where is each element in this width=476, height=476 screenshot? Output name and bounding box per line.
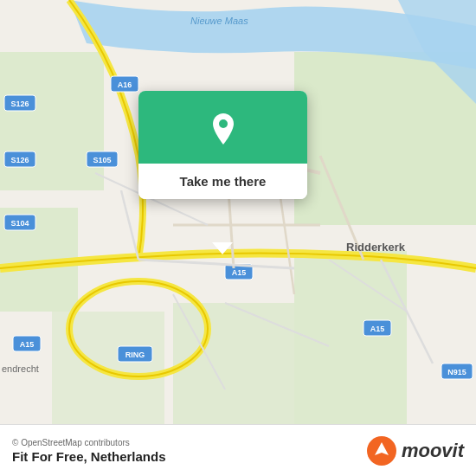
svg-text:A16: A16 — [118, 80, 132, 89]
map-background: A15 A15 A15 RING A16 S126 S126 S105 S104… — [0, 0, 476, 424]
svg-text:N915: N915 — [447, 368, 466, 376]
popup-arrow — [212, 242, 233, 254]
svg-text:S126: S126 — [10, 156, 29, 164]
svg-text:A15: A15 — [20, 340, 35, 349]
take-me-there-button[interactable]: Take me there — [138, 164, 307, 199]
svg-text:A15: A15 — [370, 325, 385, 333]
popup-header — [138, 91, 307, 164]
svg-text:S105: S105 — [93, 156, 111, 164]
svg-rect-1 — [0, 52, 104, 190]
svg-rect-3 — [294, 52, 476, 225]
svg-text:Ridderkerk: Ridderkerk — [346, 241, 406, 254]
footer-left: © OpenStreetMap contributors Fit For Fre… — [12, 438, 166, 464]
location-pin-icon — [204, 110, 242, 148]
svg-text:endrecht: endrecht — [2, 363, 39, 374]
svg-text:S126: S126 — [10, 100, 29, 108]
moovit-logo[interactable]: moovit — [367, 436, 464, 466]
svg-text:RING: RING — [125, 351, 145, 359]
svg-text:A15: A15 — [232, 268, 247, 277]
moovit-icon — [367, 436, 396, 466]
popup-card: Take me there — [138, 91, 307, 199]
moovit-text: moovit — [402, 440, 464, 462]
svg-point-45 — [219, 119, 228, 128]
location-label: Fit For Free, Netherlands — [12, 449, 166, 464]
svg-text:S104: S104 — [10, 219, 29, 228]
copyright-text: © OpenStreetMap contributors — [12, 438, 166, 447]
svg-text:Nieuwe Maas: Nieuwe Maas — [190, 16, 248, 26]
footer-bar: © OpenStreetMap contributors Fit For Fre… — [0, 424, 476, 476]
map-container: A15 A15 A15 RING A16 S126 S126 S105 S104… — [0, 0, 476, 424]
